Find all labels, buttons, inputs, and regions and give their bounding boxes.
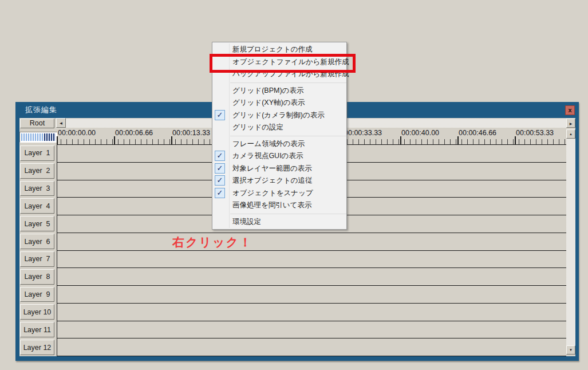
layer-button-cell: Layer 3 bbox=[20, 180, 54, 198]
check-icon: ✓ bbox=[215, 188, 225, 198]
layer-button-cell: Layer 9 bbox=[20, 286, 54, 304]
layer-button-cell: Layer 5 bbox=[20, 215, 54, 233]
context-menu: 新規プロジェクトの作成オブジェクトファイルから新規作成バックアップファイルから新… bbox=[212, 42, 347, 230]
menu-item[interactable]: フレーム領域外の表示 bbox=[212, 138, 346, 151]
ruler-major-tick bbox=[515, 136, 516, 144]
layer-button[interactable]: Layer 1 bbox=[20, 145, 54, 161]
ruler-time-label: 00:00:13.33 bbox=[172, 129, 210, 137]
vscroll-up-button[interactable]: ▲ bbox=[566, 129, 575, 139]
menu-item[interactable]: グリッドの設定 bbox=[212, 121, 346, 134]
root-button-label: Root bbox=[30, 119, 45, 127]
layer-button-column: Layer 1Layer 2Layer 3Layer 4Layer 5Layer… bbox=[20, 144, 54, 356]
check-icon: ✓ bbox=[215, 163, 225, 174]
ruler-time-label: 00:00:40.00 bbox=[401, 129, 439, 137]
menu-separator bbox=[230, 214, 346, 214]
ruler-time-label: 00:00:06.66 bbox=[115, 129, 153, 137]
menu-separator bbox=[230, 136, 346, 136]
timeline-row[interactable] bbox=[57, 251, 566, 269]
menu-item[interactable]: 新規プロジェクトの作成 bbox=[212, 44, 346, 56]
close-icon: x bbox=[568, 107, 571, 113]
layer-button[interactable]: Layer 7 bbox=[20, 251, 54, 267]
ruler-time-label: 00:00:33.33 bbox=[344, 129, 382, 137]
root-button[interactable]: Root bbox=[20, 119, 54, 128]
layer-button[interactable]: Layer 10 bbox=[20, 304, 54, 320]
scroll-left-icon: ◀ bbox=[60, 121, 62, 125]
layer-button-cell: Layer 10 bbox=[20, 303, 54, 321]
layer-button-cell: Layer 11 bbox=[20, 321, 54, 338]
window-title: 拡張編集 bbox=[25, 105, 57, 115]
layer-button[interactable]: Layer 4 bbox=[20, 198, 54, 214]
menu-item[interactable]: ✓カメラ視点GUIの表示 bbox=[212, 150, 346, 163]
menu-item-label: グリッド(BPM)の表示 bbox=[232, 86, 303, 95]
layer-button[interactable]: Layer 8 bbox=[20, 269, 54, 285]
layer-button[interactable]: Layer 5 bbox=[20, 216, 54, 231]
menu-item-label: オブジェクトをスナップ bbox=[232, 189, 313, 197]
menu-item[interactable]: ✓オブジェクトをスナップ bbox=[212, 187, 346, 200]
ruler-time-label: 00:00:00.00 bbox=[58, 129, 96, 137]
ruler-time-label: 00:00:53.33 bbox=[516, 129, 554, 137]
layer-button[interactable]: Layer 3 bbox=[20, 181, 54, 196]
layer-button-cell: Layer 1 bbox=[20, 144, 54, 162]
close-button[interactable]: x bbox=[565, 105, 575, 115]
menu-item[interactable]: バックアップファイルから新規作成 bbox=[212, 68, 346, 81]
layer-button-cell: Layer 4 bbox=[20, 197, 54, 215]
layer-button-cell: Layer 8 bbox=[20, 268, 54, 286]
timeline-row[interactable] bbox=[57, 286, 566, 304]
menu-item-label: 新規プロジェクトの作成 bbox=[232, 45, 313, 53]
scroll-right-icon: ▶ bbox=[570, 121, 573, 125]
ruler-major-tick bbox=[114, 136, 115, 144]
menu-item-label: 画像処理を間引いて表示 bbox=[232, 201, 311, 209]
check-icon: ✓ bbox=[215, 151, 225, 161]
hscroll-right-button[interactable]: ▶ bbox=[566, 119, 575, 128]
menu-item-label: 環境設定 bbox=[232, 218, 261, 226]
menu-item[interactable]: グリッド(XY軸)の表示 bbox=[212, 97, 346, 109]
menu-item-label: グリッド(カメラ制御)の表示 bbox=[232, 111, 325, 119]
menu-item[interactable]: ✓グリッド(カメラ制御)の表示 bbox=[212, 109, 346, 122]
layer-button-cell: Layer 2 bbox=[20, 162, 54, 180]
menu-item-label: オブジェクトファイルから新規作成 bbox=[232, 58, 349, 66]
timeline-row[interactable] bbox=[57, 321, 566, 339]
check-icon: ✓ bbox=[215, 175, 225, 186]
menu-item[interactable]: ✓対象レイヤー範囲の表示 bbox=[212, 163, 346, 175]
layer-button[interactable]: Layer 2 bbox=[20, 163, 54, 179]
menu-item-label: カメラ視点GUIの表示 bbox=[232, 152, 303, 160]
layer-button-cell: Layer 7 bbox=[20, 250, 54, 268]
menu-item[interactable]: ✓選択オブジェクトの追従 bbox=[212, 175, 346, 187]
menu-item[interactable]: オブジェクトファイルから新規作成 bbox=[212, 56, 346, 69]
ruler-major-tick bbox=[400, 136, 401, 144]
layer-button[interactable]: Layer 6 bbox=[20, 234, 54, 249]
layer-button[interactable]: Layer 11 bbox=[20, 322, 54, 337]
menu-item[interactable]: 画像処理を間引いて表示 bbox=[212, 199, 346, 212]
menu-item-label: フレーム領域外の表示 bbox=[232, 140, 305, 148]
vscroll-down-button[interactable]: ▼ bbox=[566, 345, 575, 355]
menu-item[interactable]: グリッド(BPM)の表示 bbox=[212, 85, 346, 97]
layer-button-cell: Layer 12 bbox=[20, 338, 54, 356]
layer-button[interactable]: Layer 12 bbox=[20, 340, 54, 355]
timeline-row[interactable] bbox=[57, 233, 566, 251]
timeline-row[interactable] bbox=[57, 304, 566, 321]
vscroll-track[interactable] bbox=[566, 139, 575, 345]
ruler-major-tick bbox=[57, 136, 58, 144]
desktop: 拡張編集 x Root ◀ ▶ ▲ ▼ bbox=[0, 0, 588, 370]
zoom-gauge-active-stripes bbox=[21, 133, 44, 141]
scroll-down-icon: ▼ bbox=[569, 348, 573, 352]
menu-item-label: グリッド(XY軸)の表示 bbox=[232, 99, 305, 107]
menu-item-label: 選択オブジェクトの追従 bbox=[232, 176, 313, 184]
menu-item-label: バックアップファイルから新規作成 bbox=[232, 70, 349, 78]
scroll-up-icon: ▲ bbox=[569, 132, 573, 136]
menu-item-label: 対象レイヤー範囲の表示 bbox=[232, 164, 312, 172]
menu-separator bbox=[230, 82, 346, 83]
menu-item[interactable]: 環境設定 bbox=[212, 216, 346, 229]
right-click-note: 右クリック！ bbox=[172, 234, 252, 250]
ruler-major-tick bbox=[457, 136, 459, 144]
check-icon: ✓ bbox=[215, 110, 225, 120]
zoom-gauge-dark-stripes bbox=[44, 133, 56, 141]
timeline-row[interactable] bbox=[57, 338, 566, 356]
layer-button[interactable]: Layer 9 bbox=[20, 287, 54, 302]
ruler-time-label: 00:00:46.66 bbox=[459, 129, 496, 137]
menu-item-label: グリッドの設定 bbox=[232, 123, 283, 131]
timeline-row[interactable] bbox=[57, 268, 566, 286]
timeline-zoom-gauge[interactable] bbox=[19, 132, 57, 143]
hscroll-left-button[interactable]: ◀ bbox=[56, 118, 66, 128]
layer-button-cell: Layer 6 bbox=[20, 233, 54, 250]
